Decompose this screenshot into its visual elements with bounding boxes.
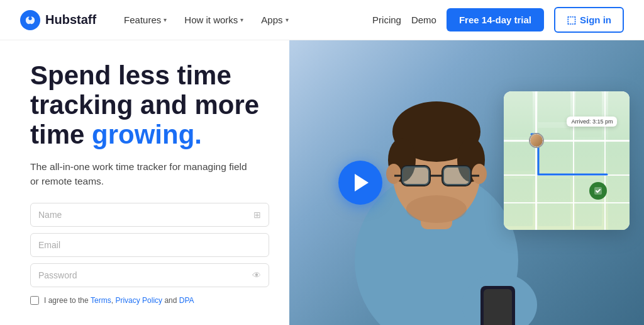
map-card: Arrived: 3:15 pm bbox=[504, 91, 630, 230]
hero-headline: Spend less time tracking and more time g… bbox=[30, 60, 269, 149]
map-avatar bbox=[530, 134, 543, 147]
svg-rect-16 bbox=[443, 166, 470, 185]
apps-chevron-icon: ▾ bbox=[286, 16, 289, 23]
email-field-container bbox=[30, 233, 269, 257]
map-route bbox=[504, 91, 630, 230]
map-arrived-label: Arrived: 3:15 pm bbox=[567, 117, 617, 127]
password-input[interactable] bbox=[38, 270, 252, 280]
sign-in-button[interactable]: ⬚ Sign in bbox=[554, 7, 624, 33]
password-field-container: 👁 bbox=[30, 263, 269, 287]
name-field-container: ⊞ bbox=[30, 203, 269, 227]
name-input[interactable] bbox=[38, 210, 253, 220]
map-inner: Arrived: 3:15 pm bbox=[504, 91, 630, 230]
navbar: Hubstaff Features ▾ How it works ▾ Apps … bbox=[0, 0, 644, 40]
features-chevron-icon: ▾ bbox=[164, 16, 167, 23]
terms-checkbox[interactable] bbox=[30, 296, 39, 305]
svg-point-17 bbox=[406, 195, 467, 223]
hero-left: Spend less time tracking and more time g… bbox=[0, 40, 289, 325]
svg-point-8 bbox=[386, 164, 401, 184]
how-it-works-chevron-icon: ▾ bbox=[240, 16, 243, 23]
svg-point-1 bbox=[28, 16, 31, 20]
play-button[interactable] bbox=[338, 161, 382, 205]
logo[interactable]: Hubstaff bbox=[20, 10, 96, 30]
hero-subtext: The all-in-one work time tracker for man… bbox=[30, 159, 257, 189]
name-field-icon: ⊞ bbox=[253, 210, 261, 220]
email-input[interactable] bbox=[38, 240, 261, 250]
nav-demo[interactable]: Demo bbox=[411, 14, 436, 25]
play-icon bbox=[355, 174, 369, 191]
sign-in-icon: ⬚ bbox=[567, 14, 576, 26]
nav-links: Features ▾ How it works ▾ Apps ▾ bbox=[116, 9, 296, 30]
password-visibility-icon[interactable]: 👁 bbox=[252, 270, 261, 280]
nav-features[interactable]: Features ▾ bbox=[116, 9, 174, 30]
hero-right: Arrived: 3:15 pm bbox=[289, 40, 644, 325]
nav-left: Hubstaff Features ▾ How it works ▾ Apps … bbox=[20, 9, 296, 30]
terms-label: I agree to the Terms, Privacy Policy and… bbox=[44, 296, 194, 305]
logo-text: Hubstaff bbox=[45, 13, 96, 27]
nav-how-it-works[interactable]: How it works ▾ bbox=[177, 9, 251, 30]
terms-link[interactable]: Terms bbox=[91, 296, 111, 305]
svg-rect-20 bbox=[484, 289, 512, 325]
nav-right: Pricing Demo Free 14-day trial ⬚ Sign in bbox=[372, 7, 624, 33]
dpa-link[interactable]: DPA bbox=[179, 296, 194, 305]
svg-rect-15 bbox=[402, 166, 430, 185]
privacy-link[interactable]: Privacy Policy bbox=[115, 296, 162, 305]
free-trial-button[interactable]: Free 14-day trial bbox=[447, 8, 544, 31]
svg-point-9 bbox=[472, 164, 487, 184]
nav-pricing[interactable]: Pricing bbox=[372, 14, 401, 25]
nav-apps[interactable]: Apps ▾ bbox=[253, 9, 296, 30]
terms-checkbox-row: I agree to the Terms, Privacy Policy and… bbox=[30, 296, 269, 305]
hubstaff-logo-icon bbox=[20, 10, 40, 30]
hero-section: Spend less time tracking and more time g… bbox=[0, 40, 644, 325]
hero-form: ⊞ 👁 I agree to the Terms, Privacy Policy… bbox=[30, 203, 269, 305]
